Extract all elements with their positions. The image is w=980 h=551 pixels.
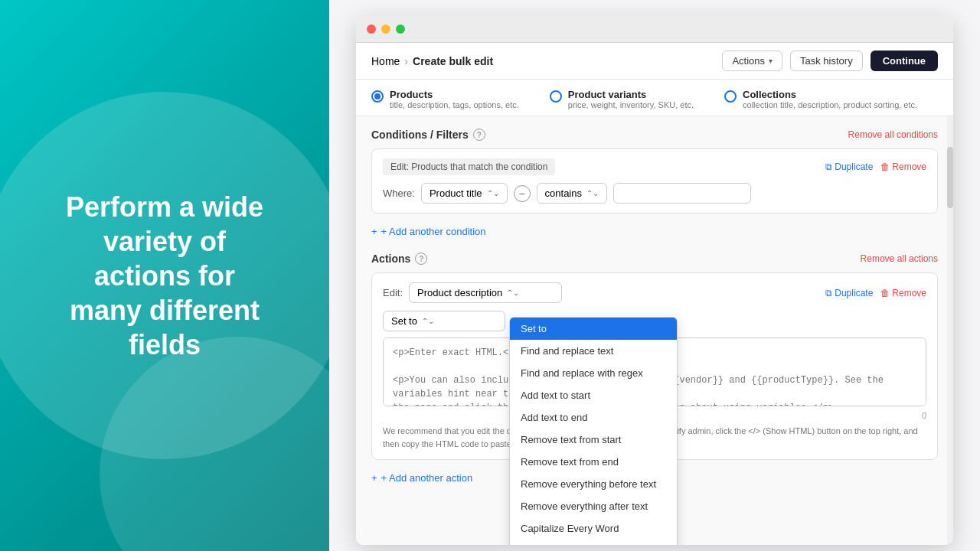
dropdown-item-9[interactable]: Capitalize Every Word	[510, 517, 677, 540]
actions-info-icon[interactable]: ?	[415, 253, 427, 265]
dropdown-item-0[interactable]: Set to	[510, 318, 677, 340]
title-bar	[356, 15, 953, 43]
condition-duplicate-button[interactable]: ⧉ Duplicate	[825, 161, 873, 172]
minimize-button[interactable]	[381, 24, 390, 34]
tab-products-label: Products	[390, 89, 519, 100]
header-actions: Actions ▾ Task history Continue	[722, 51, 938, 71]
action-duplicate-button[interactable]: ⧉ Duplicate	[825, 288, 873, 298]
main-content: Conditions / Filters ? Remove all condit…	[356, 116, 953, 545]
condition-edit-row: Edit: Products that match the condition …	[383, 158, 926, 175]
dropdown-item-6[interactable]: Remove text from end	[510, 451, 677, 473]
action-remove-button[interactable]: 🗑 Remove	[880, 288, 926, 298]
tab-variants-sub: price, weight, inventory, SKU, etc.	[568, 100, 694, 109]
condition-remove-button[interactable]: 🗑 Remove	[880, 161, 926, 172]
tab-collections[interactable]: Collections collection title, descriptio…	[724, 89, 917, 109]
actions-chevron-icon: ▾	[769, 57, 773, 65]
mac-window: Home › Create bulk edit Actions ▾ Task h…	[356, 15, 953, 545]
where-label: Where:	[383, 187, 415, 199]
add-condition-plus-icon: +	[371, 226, 377, 237]
tab-collections-label: Collections	[743, 89, 917, 100]
breadcrumb: Home › Create bulk edit	[371, 55, 493, 67]
add-action-plus-icon: +	[371, 472, 377, 484]
tab-variants[interactable]: Product variants price, weight, inventor…	[550, 89, 694, 109]
header-nav: Home › Create bulk edit Actions ▾ Task h…	[356, 43, 953, 80]
scrollbar-thumb[interactable]	[947, 147, 953, 208]
traffic-lights	[367, 24, 405, 34]
conditions-title: Conditions / Filters ?	[371, 129, 485, 141]
remove-all-conditions-link[interactable]: Remove all conditions	[848, 129, 938, 140]
condition-operator-select[interactable]: contains ⌃⌄	[537, 183, 607, 204]
conditions-section-header: Conditions / Filters ? Remove all condit…	[371, 129, 938, 141]
breadcrumb-separator: ›	[404, 55, 408, 67]
continue-button[interactable]: Continue	[871, 51, 938, 71]
tab-variants-radio[interactable]	[550, 90, 562, 103]
action-field-select[interactable]: Product description ⌃⌄	[409, 282, 562, 303]
dropdown-item-1[interactable]: Find and replace text	[510, 340, 677, 362]
dropdown-overlay: Set to Find and replace text Find and re…	[509, 317, 678, 545]
scrollbar-track[interactable]	[947, 116, 953, 545]
action-edit-label: Edit:	[383, 287, 403, 298]
set-to-chevron-icon: ⌃⌄	[422, 317, 434, 325]
tab-products[interactable]: Products title, description, tags, optio…	[371, 89, 519, 109]
left-panel: Perform a wide variety of actions for ma…	[0, 0, 329, 551]
add-condition-button[interactable]: + + Add another condition	[371, 221, 938, 242]
field-select-chevron-icon: ⌃⌄	[487, 189, 499, 197]
condition-box: Edit: Products that match the condition …	[371, 148, 938, 214]
condition-where-row: Where: Product title ⌃⌄ − contains ⌃⌄	[383, 183, 926, 204]
trash-icon: 🗑	[880, 161, 890, 172]
tab-variants-label: Product variants	[568, 89, 694, 100]
tab-products-sub: title, description, tags, options, etc.	[390, 100, 519, 109]
action-field-chevron-icon: ⌃⌄	[507, 289, 519, 297]
action-edit-row: Edit: Product description ⌃⌄ ⧉ Duplicate	[383, 282, 926, 303]
action-trash-icon: 🗑	[880, 288, 890, 298]
dropdown-item-2[interactable]: Find and replace with regex	[510, 362, 677, 384]
dropdown-item-7[interactable]: Remove everything before text	[510, 473, 677, 495]
breadcrumb-current: Create bulk edit	[413, 55, 493, 67]
condition-edit-label: Edit: Products that match the condition	[383, 158, 555, 175]
task-history-button[interactable]: Task history	[790, 51, 863, 71]
remove-all-actions-link[interactable]: Remove all actions	[861, 253, 938, 264]
close-button[interactable]	[367, 24, 376, 34]
breadcrumb-home[interactable]: Home	[371, 55, 400, 67]
actions-button[interactable]: Actions ▾	[722, 51, 782, 71]
duplicate-icon: ⧉	[825, 161, 832, 172]
tab-products-radio[interactable]	[371, 90, 384, 103]
actions-title: Actions ?	[371, 253, 427, 265]
action-dup-icon: ⧉	[825, 288, 832, 298]
product-type-tabs: Products title, description, tags, optio…	[356, 80, 953, 116]
dropdown-item-8[interactable]: Remove everything after text	[510, 495, 677, 517]
condition-text-input[interactable]	[613, 183, 751, 204]
tab-collections-radio[interactable]	[724, 90, 737, 103]
operator-chevron-icon: ⌃⌄	[586, 189, 599, 197]
condition-field-select[interactable]: Product title ⌃⌄	[421, 183, 508, 204]
dropdown-item-5[interactable]: Remove text from start	[510, 429, 677, 451]
condition-minus-button[interactable]: −	[514, 185, 531, 202]
left-panel-text: Perform a wide variety of actions for ma…	[34, 159, 295, 393]
actions-section-header: Actions ? Remove all actions	[371, 253, 938, 265]
dropdown-item-4[interactable]: Add text to end	[510, 406, 677, 429]
action-set-to-select[interactable]: Set to ⌃⌄	[383, 311, 505, 331]
right-panel: Home › Create bulk edit Actions ▾ Task h…	[329, 0, 980, 551]
conditions-info-icon[interactable]: ?	[473, 129, 485, 141]
dropdown-item-10[interactable]: Capitalize first letter	[510, 540, 677, 545]
maximize-button[interactable]	[396, 24, 405, 34]
dropdown-item-3[interactable]: Add text to start	[510, 384, 677, 406]
tab-collections-sub: collection title, description, product s…	[743, 100, 917, 109]
